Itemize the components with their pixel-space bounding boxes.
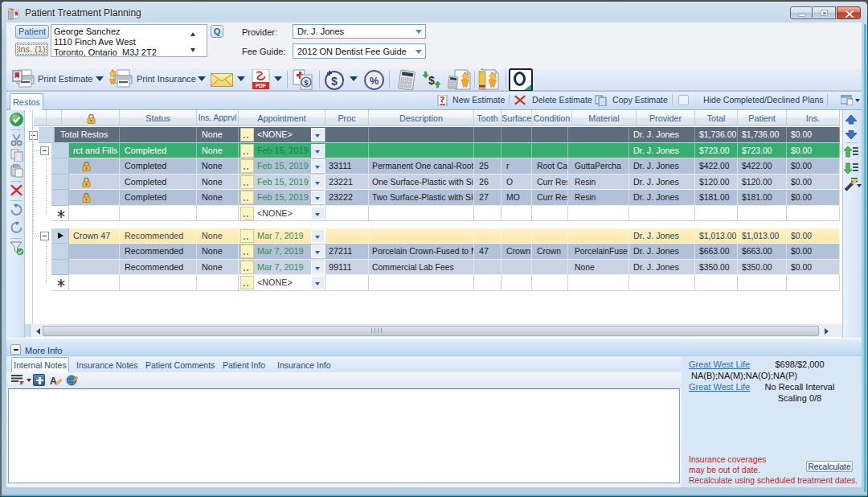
- svg-text:%: %: [370, 75, 379, 87]
- svg-text:PDF: PDF: [256, 83, 266, 88]
- svg-text:$: $: [428, 74, 435, 87]
- svg-text:$: $: [331, 75, 338, 88]
- svg-text:$: $: [304, 79, 308, 87]
- svg-text:A: A: [19, 381, 23, 385]
